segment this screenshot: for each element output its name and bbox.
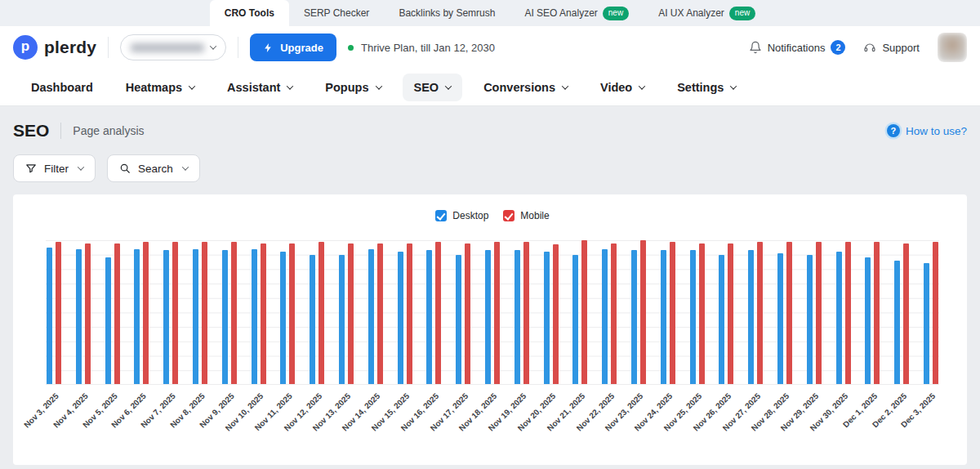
mobile-bar[interactable] (699, 243, 705, 384)
nav-item-conversions[interactable]: Conversions (472, 74, 579, 101)
top-tab-ai-seo-analyzer[interactable]: AI SEO Analyzernew (510, 0, 644, 26)
desktop-bar[interactable] (193, 249, 198, 384)
upgrade-button[interactable]: Upgrade (250, 34, 336, 61)
nav-item-label: Settings (677, 81, 724, 94)
page-subtitle: Page analysis (73, 124, 144, 137)
desktop-bar[interactable] (602, 249, 608, 384)
desktop-bar[interactable] (572, 255, 578, 384)
mobile-bar[interactable] (845, 242, 851, 384)
desktop-bar[interactable] (485, 250, 491, 384)
desktop-bar[interactable] (339, 255, 345, 384)
user-avatar[interactable] (938, 33, 967, 62)
desktop-bar[interactable] (426, 250, 432, 384)
mobile-bar[interactable] (757, 242, 763, 384)
desktop-bar[interactable] (310, 255, 315, 384)
desktop-bar[interactable] (398, 252, 403, 384)
mobile-bar[interactable] (202, 242, 207, 384)
how-to-use-link[interactable]: ? How to use? (884, 124, 967, 137)
mobile-bar[interactable] (289, 243, 295, 384)
notifications-label: Notifications (768, 42, 826, 54)
desktop-bar[interactable] (748, 250, 754, 384)
support-button[interactable]: Support (863, 41, 920, 54)
chevron-down-icon (730, 83, 737, 89)
desktop-bar[interactable] (222, 250, 228, 384)
desktop-bar[interactable] (163, 250, 169, 384)
mobile-bar[interactable] (933, 242, 938, 384)
desktop-bar[interactable] (456, 255, 461, 384)
mobile-bar[interactable] (143, 242, 149, 384)
bar-group: Dec 3, 2025 (923, 240, 939, 384)
chart-card: DesktopMobile Nov 3, 2025Nov 4, 2025Nov … (13, 194, 967, 465)
mobile-bar[interactable] (728, 243, 733, 384)
legend-item-desktop[interactable]: Desktop (435, 210, 488, 221)
desktop-bar[interactable] (47, 248, 52, 384)
filter-label: Filter (44, 163, 69, 175)
desktop-bar[interactable] (631, 250, 637, 384)
mobile-bar[interactable] (903, 243, 909, 384)
mobile-bar[interactable] (581, 240, 587, 384)
legend-item-mobile[interactable]: Mobile (503, 210, 549, 221)
desktop-bar[interactable] (544, 252, 550, 384)
nav-item-popups[interactable]: Popups (314, 74, 392, 101)
top-tab-serp-checker[interactable]: SERP Checker (289, 0, 384, 26)
nav-item-seo[interactable]: SEO (403, 74, 463, 101)
mobile-bar[interactable] (435, 242, 441, 384)
desktop-bar[interactable] (719, 255, 724, 384)
desktop-bar[interactable] (105, 257, 111, 384)
mobile-bar[interactable] (611, 243, 617, 384)
mobile-bar[interactable] (318, 242, 324, 384)
mobile-bar[interactable] (85, 243, 91, 384)
mobile-bar[interactable] (874, 242, 880, 384)
mobile-bar[interactable] (816, 242, 822, 384)
desktop-bar[interactable] (368, 249, 374, 384)
mobile-bar[interactable] (114, 243, 120, 384)
nav-item-assistant[interactable]: Assistant (216, 74, 304, 101)
notifications-button[interactable]: Notifications 2 (749, 40, 846, 55)
desktop-bar[interactable] (690, 250, 696, 384)
desktop-bar[interactable] (777, 253, 783, 384)
desktop-bar[interactable] (836, 252, 842, 384)
nav-item-video[interactable]: Video (589, 74, 656, 101)
project-select-dropdown[interactable] (120, 34, 226, 60)
mobile-checkbox[interactable] (503, 210, 514, 221)
filter-button[interactable]: Filter (13, 154, 96, 182)
search-button[interactable]: Search (107, 154, 200, 182)
nav-item-heatmaps[interactable]: Heatmaps (114, 74, 206, 101)
mobile-bar[interactable] (407, 243, 412, 384)
nav-item-dashboard[interactable]: Dashboard (20, 74, 105, 101)
nav-item-label: Video (600, 81, 632, 94)
mobile-bar[interactable] (465, 243, 470, 384)
mobile-bar[interactable] (786, 242, 792, 384)
nav-item-settings[interactable]: Settings (666, 74, 747, 101)
desktop-bar[interactable] (924, 263, 929, 384)
top-tab-cro-tools[interactable]: CRO Tools (210, 0, 289, 26)
desktop-bar[interactable] (134, 249, 140, 384)
top-tab-backlinks-by-semrush[interactable]: Backlinks by Semrush (384, 0, 510, 26)
mobile-bar[interactable] (640, 240, 646, 384)
desktop-bar[interactable] (661, 250, 666, 384)
desktop-bar[interactable] (280, 252, 286, 384)
desktop-bar[interactable] (514, 250, 520, 384)
desktop-bar[interactable] (252, 249, 257, 384)
desktop-checkbox[interactable] (435, 210, 447, 221)
mobile-bar[interactable] (670, 242, 675, 384)
page-title: SEO (13, 121, 49, 141)
top-tab-ai-ux-analyzer[interactable]: AI UX Analyzernew (644, 0, 770, 26)
mobile-bar[interactable] (553, 244, 559, 384)
mobile-bar[interactable] (172, 242, 178, 384)
chevron-down-icon (562, 83, 568, 89)
bar-group: Dec 2, 2025 (893, 240, 910, 384)
desktop-bar[interactable] (865, 257, 871, 384)
mobile-bar[interactable] (348, 243, 354, 384)
mobile-bar[interactable] (261, 243, 266, 384)
mobile-bar[interactable] (231, 242, 237, 384)
desktop-bar[interactable] (76, 249, 82, 384)
brand[interactable]: p plerdy (13, 35, 96, 60)
desktop-bar[interactable] (807, 255, 813, 384)
mobile-bar[interactable] (56, 242, 61, 384)
mobile-bar[interactable] (523, 242, 529, 384)
desktop-bar[interactable] (894, 261, 900, 384)
bar-group: Nov 27, 2025 (747, 240, 764, 384)
mobile-bar[interactable] (494, 242, 500, 384)
mobile-bar[interactable] (377, 243, 383, 384)
